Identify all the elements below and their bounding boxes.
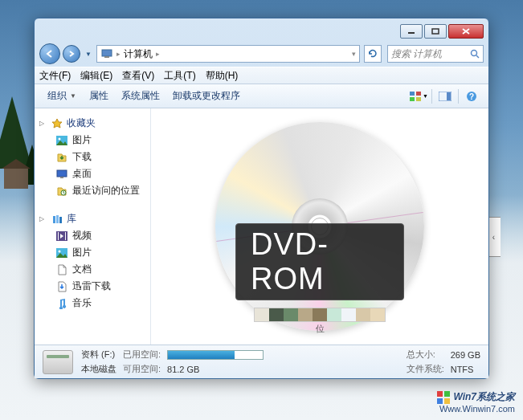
menu-tools[interactable]: 工具(T) [164,69,195,83]
toolbar: 组织▼ 属性 系统属性 卸载或更改程序 ▼ ? [35,84,488,108]
organize-button[interactable]: 组织▼ [41,87,83,105]
computer-icon [100,47,113,60]
search-placeholder: 搜索 计算机 [391,47,442,61]
back-button[interactable] [39,43,60,64]
help-button[interactable]: ? [461,88,482,105]
svg-rect-23 [58,232,59,240]
breadcrumb-computer[interactable]: 计算机 [124,47,153,61]
svg-rect-29 [437,398,443,404]
svg-rect-30 [444,398,450,404]
usage-bar [167,350,264,360]
view-mode-button[interactable]: ▼ [408,88,429,105]
refresh-button[interactable] [364,45,382,63]
content-pane[interactable]: DVD-ROM 位 [151,108,488,345]
minimize-button[interactable] [400,24,423,39]
collapse-icon: ▷ [39,120,47,127]
sidebar-item-desktop[interactable]: 桌面 [38,165,147,182]
svg-rect-27 [437,391,443,397]
pictures-icon [55,247,68,259]
recent-icon [55,185,68,198]
windows-logo-icon [437,391,450,404]
star-icon [51,117,63,130]
breadcrumb-sep-icon: ▸ [116,50,121,58]
properties-button[interactable]: 属性 [83,87,115,105]
xunlei-icon [55,280,68,293]
menu-file[interactable]: 文件(F) [39,69,71,83]
arrow-right-icon [67,50,76,58]
menu-help[interactable]: 帮助(H) [206,69,239,83]
system-properties-button[interactable]: 系统属性 [115,87,166,105]
free-space-label: 可用空间: [123,363,161,375]
svg-point-4 [472,51,477,56]
svg-rect-2 [102,50,112,56]
svg-rect-9 [416,97,421,101]
breadcrumb-sep-icon: ▸ [156,50,160,58]
sidebar-item-pictures-lib[interactable]: 图片 [38,244,147,261]
address-bar[interactable]: ▸ 计算机 ▸ ▾ [96,45,360,63]
sidebar-item-documents[interactable]: 文档 [38,261,147,278]
svg-rect-6 [410,92,415,96]
sidebar-item-xunlei[interactable]: 迅雷下载 [38,278,147,295]
search-icon [470,49,480,59]
sidebar-item-music[interactable]: 音乐 [38,295,147,312]
menu-view[interactable]: 查看(V) [122,69,154,83]
svg-rect-7 [416,92,421,96]
sidebar-item-pictures[interactable]: 图片 [38,132,147,149]
desktop-icon [55,168,68,181]
colorbar-label: 位 [316,323,325,335]
pictures-icon [55,134,68,147]
search-box[interactable]: 搜索 计算机 [387,45,484,63]
refresh-icon [367,48,378,59]
watermark-url: Www.Winwin7.com [437,404,515,414]
address-dropdown-icon[interactable]: ▾ [352,50,356,58]
history-dropdown[interactable]: ▼ [83,46,94,62]
minimize-icon [407,28,415,35]
statusbar: 资料 (F:) 已用空间: 总大小: 269 GB 本地磁盘 可用空间: 81.… [35,345,488,378]
music-icon [55,297,68,310]
svg-rect-17 [60,177,63,178]
watermark-title: Win7系统之家 [453,390,515,404]
videos-icon [55,230,68,243]
maximize-icon [431,28,439,35]
svg-text:?: ? [469,92,474,101]
color-bar [254,308,386,322]
arrow-left-icon [45,49,55,59]
used-space-label: 已用空间: [123,349,161,361]
menubar: 文件(F) 编辑(E) 查看(V) 工具(T) 帮助(H) [35,67,488,84]
sidebar-libraries[interactable]: ▷ 库 [38,210,147,227]
svg-rect-11 [447,92,451,100]
menu-edit[interactable]: 编辑(E) [80,69,112,83]
svg-point-26 [59,250,61,252]
svg-point-15 [59,137,61,140]
sidebar-item-downloads[interactable]: 下载 [38,149,147,165]
drive-name: 资料 (F:) [81,349,116,361]
sidebar-item-videos[interactable]: 视频 [38,227,147,244]
forward-button[interactable] [63,45,80,63]
free-space-value: 81.2 GB [167,365,400,374]
uninstall-button[interactable]: 卸载或更改程序 [166,87,247,105]
sidebar-item-recent[interactable]: 最近访问的位置 [38,182,147,199]
preview-pane-button[interactable] [435,88,456,105]
downloads-icon [55,151,68,164]
svg-rect-3 [104,56,109,58]
sidebar-favorites[interactable]: ▷ 收藏夹 [38,115,147,132]
filesystem-value: NTFS [451,365,480,374]
thumbnails-icon [409,91,422,102]
close-button[interactable] [448,24,484,39]
total-size-label: 总大小: [407,349,444,361]
drive-type: 本地磁盘 [81,363,116,375]
svg-rect-28 [444,391,450,397]
svg-rect-21 [59,217,62,223]
filesystem-label: 文件系统: [407,363,444,375]
titlebar [35,18,488,41]
total-size-value: 269 GB [451,350,480,360]
help-icon: ? [466,91,477,102]
documents-icon [55,263,68,276]
svg-line-5 [476,55,479,58]
maximize-button[interactable] [424,24,447,39]
navbar: ▼ ▸ 计算机 ▸ ▾ 搜索 计算机 [35,41,488,67]
library-icon [51,213,63,226]
preview-pane-icon [439,92,451,101]
svg-rect-24 [65,232,66,240]
svg-rect-20 [56,215,59,223]
